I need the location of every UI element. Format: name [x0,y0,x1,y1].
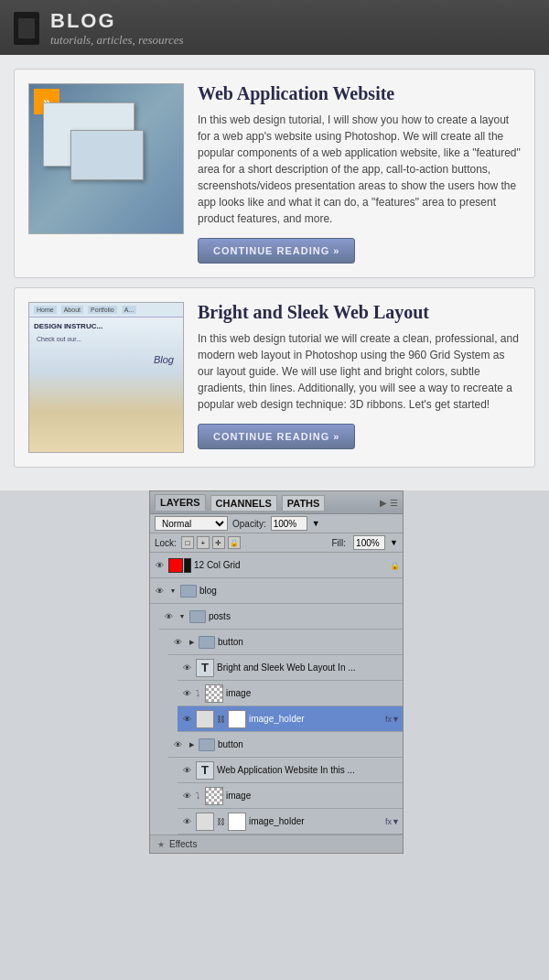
ps-layers-panel: LAYERS CHANNELS PATHS ▶ ☰ Normal Opacity… [149,490,404,854]
continue-reading-button-2[interactable]: CONTINUE READING » [198,424,355,449]
thumb2-blog-label: Blog [154,354,174,365]
folder-icon-button2 [199,738,215,751]
layer-row-button-2[interactable]: 👁 ▶ button [168,732,403,758]
nav-more: A... [122,306,137,314]
opacity-arrow[interactable]: ▼ [312,519,320,528]
post-thumbnail-2: Home About Portfolio A... DESIGN INSTRUC… [28,302,184,453]
post-card-2: Home About Portfolio A... DESIGN INSTRUC… [14,287,535,468]
image-transform-icon: ⤵ [196,689,200,698]
solid-thumb-1 [196,710,214,728]
effects-icon: ★ [157,840,165,849]
eye-icon-4[interactable]: 👁 [171,636,184,649]
collapse-arrow-posts[interactable]: ▼ [178,612,187,621]
layer-row-webapp-text[interactable]: 👁 T Web Application Website In this ... [178,758,403,783]
layers-list: 👁 12 Col Grid 🔒 👁 ▼ blog 👁 ▼ p [150,553,403,835]
layer-row-12colgrid[interactable]: 👁 12 Col Grid 🔒 [150,553,403,578]
tab-channels[interactable]: CHANNELS [210,495,277,511]
fill-label: Fill: [332,538,347,548]
collapse-arrow-button1[interactable]: ▶ [187,638,196,647]
fill-input[interactable] [353,535,385,550]
eye-icon-9[interactable]: 👁 [180,764,193,777]
blend-mode-select[interactable]: Normal [155,516,228,531]
post-card-1: » Web Application Website In this web de… [14,69,535,278]
layer-row-image-2[interactable]: 👁 ⤵ image [178,783,403,809]
layer-row-bright-text[interactable]: 👁 T Bright and Sleek Web Layout In ... [178,655,403,681]
lock-move-icon[interactable]: ✛ [212,536,225,549]
black-swatch [184,558,191,573]
layer-name-imageholder-2: image_holder [249,816,380,826]
lock-pixels-icon[interactable]: □ [181,536,194,549]
layer-row-image-holder-1[interactable]: 👁 ⛓ image_holder fx▼ [178,706,403,732]
eye-icon-2[interactable]: 👁 [153,585,166,598]
mask-thumb-2 [228,813,246,831]
post-excerpt-1: In this web design tutorial, I will show… [198,112,521,227]
eye-icon-7[interactable]: 👁 [180,713,193,726]
mock-screen-2 [70,130,144,180]
fx-label-2: fx▼ [385,817,400,826]
thumb2-body: DESIGN INSTRUC... Check out our... Blog [29,318,183,452]
post-title-2: Bright and Sleek Web Layout [198,302,521,323]
ps-header-icons: ▶ ☰ [380,498,398,508]
layer-name-imageholder-1: image_holder [249,714,380,724]
layer-row-image-1[interactable]: 👁 ⤵ image [178,681,403,706]
post-title-1: Web Application Website [198,83,521,104]
chain-icon-1: ⛓ [217,715,225,724]
post-thumbnail-1: » [28,83,184,234]
eye-icon-5[interactable]: 👁 [180,662,193,674]
lock-badge-1: 🔒 [390,561,400,570]
tab-paths[interactable]: PATHS [282,495,326,511]
lock-icons: □ + ✛ 🔒 [181,536,241,549]
collapse-arrow-blog[interactable]: ▼ [168,587,178,596]
lock-all-icon[interactable]: 🔒 [228,536,241,549]
text-layer-icon-2: T [196,761,214,780]
img-thumb-2 [205,787,223,805]
collapse-arrow-button2[interactable]: ▶ [187,740,196,749]
effects-label: Effects [169,839,197,849]
panel-menu-lines[interactable]: ☰ [390,498,398,508]
red-swatch [168,558,183,573]
layer-name-image-2: image [226,791,400,801]
layer-name-webapp-text: Web Application Website In this ... [217,765,400,775]
blog-subtitle: tutorials, articles, resources [50,33,184,48]
eye-icon-8[interactable]: 👁 [171,738,184,751]
eye-icon-1[interactable]: 👁 [153,559,166,572]
lock-label: Lock: [155,538,177,548]
chain-icon-2: ⛓ [217,817,225,826]
post-body-2: Bright and Sleek Web Layout In this web … [198,302,521,453]
layer-name-image-1: image [226,688,400,698]
continue-reading-button-1[interactable]: CONTINUE READING » [198,238,355,264]
blog-icon [14,12,39,45]
layer-row-posts[interactable]: 👁 ▼ posts [159,604,403,630]
opacity-input[interactable] [271,516,307,531]
nav-about: About [61,306,83,314]
folder-icon-blog [180,585,197,598]
layer-row-button-1[interactable]: 👁 ▶ button [168,630,403,655]
eye-icon-10[interactable]: 👁 [180,790,193,802]
checkmark-text: Check out our... [37,336,81,342]
opacity-label: Opacity: [232,519,266,529]
eye-icon-11[interactable]: 👁 [180,815,193,828]
layer-row-image-holder-2[interactable]: 👁 ⛓ image_holder fx▼ [178,809,403,835]
ps-options-row: Normal Opacity: ▼ [150,514,403,533]
layers-container: 👁 12 Col Grid 🔒 👁 ▼ blog 👁 ▼ p [150,553,403,835]
layer-row-blog[interactable]: 👁 ▼ blog [150,578,403,604]
layer-name-posts: posts [209,611,400,621]
thumb2-header-text: DESIGN INSTRUC... [34,322,178,330]
lock-position-icon[interactable]: + [197,536,210,549]
nav-portfolio: Portfolio [88,306,117,314]
blog-title: BLOG [50,9,184,33]
eye-icon-6[interactable]: 👁 [180,687,193,700]
thumb2-nav: Home About Portfolio A... [29,303,183,318]
eye-icon-3[interactable]: 👁 [162,610,175,623]
fill-arrow[interactable]: ▼ [390,538,398,547]
layer-name-blog: blog [199,586,400,596]
layer-name-12colgrid: 12 Col Grid [194,560,387,570]
ps-panel-header: LAYERS CHANNELS PATHS ▶ ☰ [150,491,403,514]
panel-menu-arrow[interactable]: ▶ [380,498,387,508]
layer-name-button2: button [218,739,400,749]
post-body-1: Web Application Website In this web desi… [198,83,521,264]
solid-thumb-2 [196,813,214,831]
fx-label-1: fx▼ [385,715,400,724]
nav-home: Home [34,306,57,314]
tab-layers[interactable]: LAYERS [155,494,206,511]
